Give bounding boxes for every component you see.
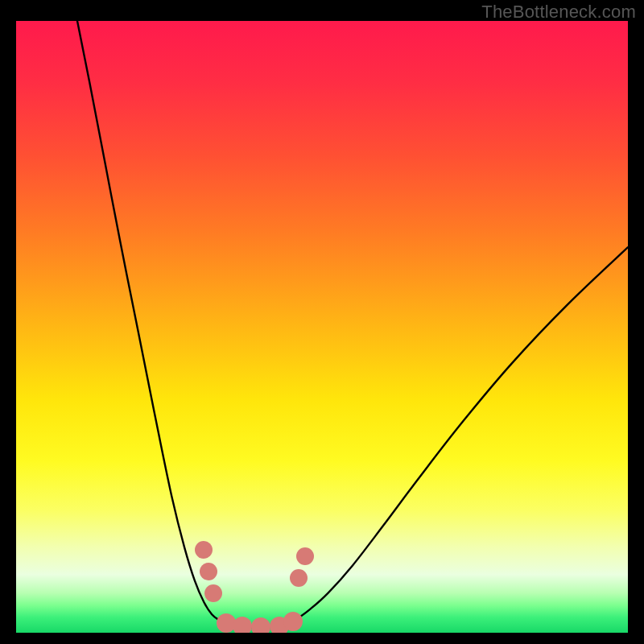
curve-marker — [296, 547, 314, 565]
curve-marker — [204, 584, 222, 602]
plot-area — [16, 21, 628, 633]
curve-marker — [251, 617, 270, 633]
marker-layer — [16, 21, 628, 633]
curve-marker — [200, 563, 217, 580]
curve-marker — [290, 569, 308, 587]
curve-marker — [233, 617, 252, 633]
watermark-text: TheBottleneck.com — [481, 2, 636, 23]
chart-frame: TheBottleneck.com — [0, 0, 644, 644]
curve-marker — [195, 541, 213, 559]
curve-marker — [283, 612, 303, 631]
